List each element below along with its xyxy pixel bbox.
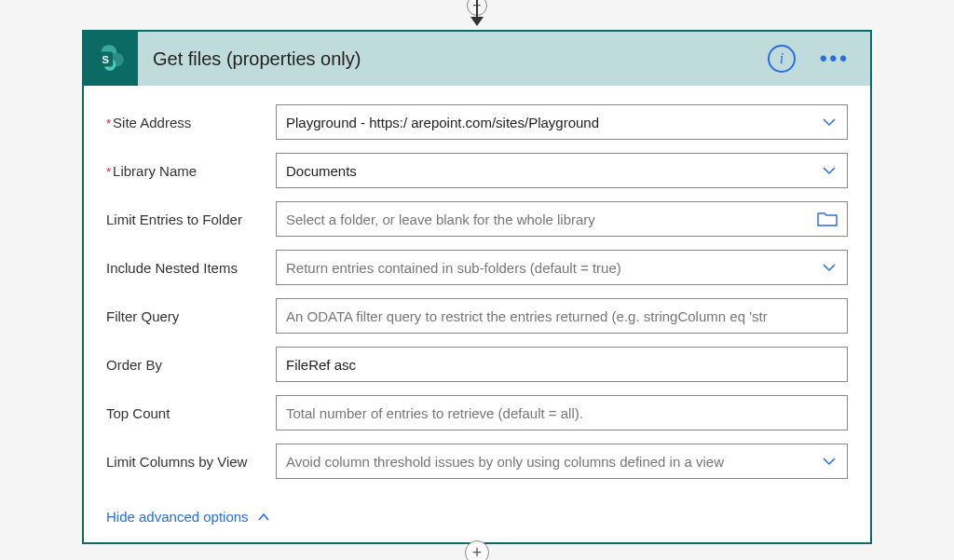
label-text: Include Nested Items [106, 260, 238, 276]
field-placeholder: An ODATA filter query to restrict the en… [286, 308, 838, 324]
action-body: * Site Address Playground - https:/ arep… [84, 86, 870, 542]
field-placeholder: Avoid column threshold issues by only us… [286, 454, 813, 470]
include-nested-select[interactable]: Return entries contained in sub-folders … [276, 250, 848, 285]
field-label: * Library Name [106, 163, 276, 179]
field-library-name: * Library Name Documents [106, 153, 848, 188]
field-value: Playground - https:/ arepoint.com/sites/… [286, 115, 813, 130]
chevron-down-icon [821, 453, 838, 470]
field-label: Top Count [106, 405, 276, 421]
field-label: Order By [106, 357, 276, 373]
field-label: * Site Address [106, 115, 276, 130]
chevron-down-icon [821, 114, 838, 130]
flow-arrow-icon [476, 0, 478, 24]
field-top-count: Top Count Total number of entries to ret… [106, 395, 848, 430]
required-marker: * [106, 116, 111, 130]
field-label: Filter Query [106, 308, 276, 324]
top-count-input[interactable]: Total number of entries to retrieve (def… [276, 395, 848, 430]
more-button[interactable]: ••• [814, 47, 855, 71]
limit-folder-input[interactable]: Select a folder, or leave blank for the … [276, 201, 848, 237]
label-text: Limit Entries to Folder [106, 212, 242, 227]
chevron-up-icon [256, 510, 271, 525]
svg-text:S: S [102, 53, 109, 65]
field-order-by: Order By FileRef asc [106, 347, 848, 382]
field-value: Documents [286, 163, 813, 179]
folder-icon[interactable] [817, 211, 838, 227]
filter-query-input[interactable]: An ODATA filter query to restrict the en… [276, 298, 848, 334]
add-step-after-button[interactable]: + [465, 540, 489, 560]
chevron-down-icon [821, 259, 838, 276]
required-marker: * [106, 165, 111, 179]
more-icon: ••• [820, 47, 850, 70]
field-filter-query: Filter Query An ODATA filter query to re… [106, 298, 848, 334]
label-text: Site Address [113, 115, 191, 130]
site-address-select[interactable]: Playground - https:/ arepoint.com/sites/… [276, 104, 848, 140]
field-limit-folder: Limit Entries to Folder Select a folder,… [106, 201, 848, 237]
action-card: S Get files (properties only) i ••• * Si… [82, 30, 872, 544]
field-include-nested: Include Nested Items Return entries cont… [106, 250, 848, 285]
label-text: Top Count [106, 405, 170, 421]
sharepoint-logo-icon: S [84, 32, 138, 86]
field-label: Limit Columns by View [106, 454, 276, 470]
label-text: Order By [106, 357, 162, 373]
action-title: Get files (properties only) [153, 48, 768, 70]
field-placeholder: Select a folder, or leave blank for the … [286, 212, 810, 227]
toggle-label: Hide advanced options [106, 509, 249, 525]
chevron-down-icon [821, 162, 838, 179]
field-label: Include Nested Items [106, 260, 276, 276]
action-header[interactable]: S Get files (properties only) i ••• [84, 32, 870, 86]
plus-icon: + [472, 544, 483, 560]
field-site-address: * Site Address Playground - https:/ arep… [106, 104, 848, 140]
info-icon: i [780, 50, 784, 67]
advanced-options-toggle[interactable]: Hide advanced options [106, 509, 271, 525]
label-text: Limit Columns by View [106, 454, 247, 470]
label-text: Filter Query [106, 308, 179, 324]
field-label: Limit Entries to Folder [106, 212, 276, 227]
order-by-input[interactable]: FileRef asc [276, 347, 848, 382]
info-button[interactable]: i [768, 45, 796, 73]
library-name-select[interactable]: Documents [276, 153, 848, 188]
field-placeholder: Return entries contained in sub-folders … [286, 260, 813, 276]
field-placeholder: Total number of entries to retrieve (def… [286, 405, 838, 421]
label-text: Library Name [113, 163, 197, 179]
field-value: FileRef asc [286, 357, 838, 373]
limit-columns-select[interactable]: Avoid column threshold issues by only us… [276, 444, 848, 479]
field-limit-columns: Limit Columns by View Avoid column thres… [106, 444, 848, 479]
